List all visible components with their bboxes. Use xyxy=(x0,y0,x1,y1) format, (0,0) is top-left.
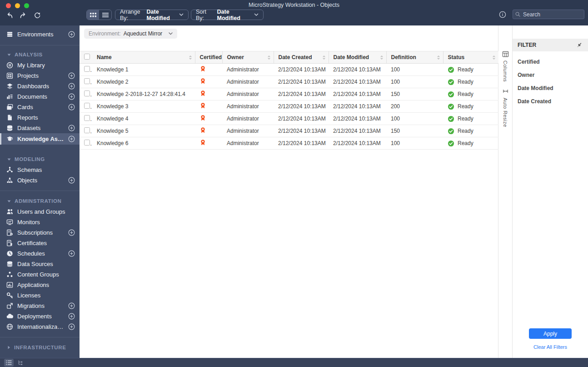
columns-label[interactable]: Columns xyxy=(503,60,508,82)
search-input[interactable] xyxy=(513,10,584,19)
table-row[interactable]: Knowledge 4Administrator2/12/2024 10:13A… xyxy=(80,113,498,125)
table-row[interactable]: Knowledge 1Administrator2/12/2024 10:13A… xyxy=(80,64,498,76)
add-icon[interactable] xyxy=(68,72,80,79)
row-checkbox[interactable] xyxy=(84,66,90,72)
sidebar-item-deployments[interactable]: Deployments xyxy=(0,311,80,322)
section-analysis[interactable]: ANALYSIS xyxy=(0,49,80,60)
select-all-header[interactable] xyxy=(80,51,92,64)
date-modified-cell: 2/12/2024 10:13AM xyxy=(329,125,386,137)
row-checkbox[interactable] xyxy=(84,127,90,133)
sidebar-item-internationalization[interactable]: Internationalization xyxy=(0,322,80,332)
forward-button[interactable] xyxy=(18,10,28,20)
table-row[interactable]: Knowledge 3Administrator2/12/2024 10:13A… xyxy=(80,101,498,113)
column-header-certified[interactable]: Certified xyxy=(195,51,222,64)
add-icon[interactable] xyxy=(68,136,80,142)
sidebar-item-dashboards[interactable]: Dashboards xyxy=(0,81,80,91)
add-icon[interactable] xyxy=(68,302,80,309)
filter-item-certified[interactable]: Certified xyxy=(513,55,588,68)
add-icon[interactable] xyxy=(68,313,80,320)
add-icon[interactable] xyxy=(68,250,80,257)
content-groups-icon xyxy=(6,271,13,278)
sidebar-item-licenses[interactable]: Licenses xyxy=(0,290,80,301)
sidebar-item-schedules[interactable]: Schedules xyxy=(0,248,80,259)
sidebar-item-data-sources[interactable]: Data Sources xyxy=(0,259,80,269)
environment-dropdown[interactable]: Environment: Aqueduct Mirror xyxy=(84,29,177,39)
add-icon[interactable] xyxy=(68,177,80,184)
sidebar-item-projects[interactable]: Projects xyxy=(0,70,80,81)
filter-item-owner[interactable]: Owner xyxy=(513,68,588,81)
footer-tree-view-button[interactable] xyxy=(18,360,24,366)
sidebar-item-datasets[interactable]: Datasets xyxy=(0,123,80,133)
sidebar-item-reports[interactable]: Reports xyxy=(0,112,80,123)
list-view-button[interactable] xyxy=(99,10,111,20)
certified-ribbon-icon xyxy=(199,90,206,97)
sidebar-item-subscriptions[interactable]: Subscriptions xyxy=(0,227,80,238)
row-checkbox[interactable] xyxy=(84,78,90,84)
column-header-name[interactable]: Name xyxy=(92,51,195,64)
sidebar-item-label: Users and Groups xyxy=(17,208,80,215)
date-created-cell: 2/12/2024 10:13AM xyxy=(274,88,329,101)
auto-resize-button[interactable] xyxy=(502,88,509,95)
column-header-date-modified[interactable]: Date Modified xyxy=(329,51,386,64)
sidebar-item-documents[interactable]: Documents xyxy=(0,91,80,102)
add-icon[interactable] xyxy=(68,104,80,111)
table-row[interactable]: Knowledge 2-2018-12-27 14:28:41.4Adminis… xyxy=(80,88,498,101)
section-infrastructure[interactable]: INFRASTRUCTURE xyxy=(0,342,80,353)
row-checkbox[interactable] xyxy=(84,115,90,121)
back-button[interactable] xyxy=(4,10,14,20)
sidebar-item-my-library[interactable]: My Library xyxy=(0,60,80,70)
apply-button[interactable]: Apply xyxy=(529,328,572,339)
auto-resize-label[interactable]: Auto Resize xyxy=(503,98,508,127)
column-header-status[interactable]: Status xyxy=(443,51,498,64)
sidebar-item-content-groups[interactable]: Content Groups xyxy=(0,269,80,280)
sidebar-item-environments[interactable]: Environments xyxy=(0,28,80,40)
sidebar-item-schemas[interactable]: Schemas xyxy=(0,165,80,175)
section-administration[interactable]: ADMINSTRATION xyxy=(0,196,80,206)
grid-view-button[interactable] xyxy=(87,10,99,20)
filter-item-date-created[interactable]: Date Created xyxy=(513,95,588,108)
pin-icon[interactable] xyxy=(576,42,583,48)
row-checkbox[interactable] xyxy=(84,90,90,96)
add-icon[interactable] xyxy=(68,93,80,100)
main-content: Environment: Aqueduct Mirror Name xyxy=(80,25,588,358)
arrange-by-dropdown[interactable]: Arrange By: Date Modified xyxy=(115,10,189,20)
add-icon[interactable] xyxy=(68,83,80,90)
select-all-checkbox[interactable] xyxy=(84,54,90,60)
add-icon[interactable] xyxy=(68,229,80,236)
table-row[interactable]: Knowledge 5Administrator2/12/2024 10:13A… xyxy=(80,125,498,137)
refresh-button[interactable] xyxy=(32,10,42,20)
table-row[interactable]: Knowledge 2Administrator2/12/2024 10:13A… xyxy=(80,76,498,88)
table-row[interactable]: Knowledge 6Administrator2/12/2024 10:13A… xyxy=(80,137,498,150)
table-tools-strip: Columns Auto Resize xyxy=(498,25,512,358)
sidebar-item-cards[interactable]: Cards xyxy=(0,102,80,112)
row-checkbox[interactable] xyxy=(84,140,90,146)
sidebar-item-label: Migrations xyxy=(17,302,64,309)
columns-button[interactable] xyxy=(502,51,509,57)
sidebar-item-users-and-groups[interactable]: Users and Groups xyxy=(0,206,80,217)
sidebar-item-migrations[interactable]: Migrations xyxy=(0,301,80,311)
status-footer xyxy=(0,358,588,367)
sidebar-item-monitors[interactable]: Monitors xyxy=(0,217,80,227)
definition-cell: 100 xyxy=(386,137,443,150)
sort-icon xyxy=(189,55,192,60)
footer-list-view-button[interactable] xyxy=(4,359,14,367)
add-icon[interactable] xyxy=(68,323,80,330)
sidebar-item-knowledge-assets[interactable]: Knowledge Assets xyxy=(0,133,80,145)
section-modeling[interactable]: MODELING xyxy=(0,154,80,165)
sidebar-item-applications[interactable]: Applications xyxy=(0,280,80,290)
filter-item-date-modified[interactable]: Date Modified xyxy=(513,81,588,95)
environments-icon xyxy=(6,31,13,38)
column-header-definition[interactable]: Definition xyxy=(386,51,443,64)
sidebar-item-objects[interactable]: Objects xyxy=(0,175,80,186)
clear-all-filters-link[interactable]: Clear All Filters xyxy=(513,344,588,350)
sidebar-item-certificates[interactable]: Certificates xyxy=(0,238,80,248)
add-icon[interactable] xyxy=(68,125,80,131)
sort-by-dropdown[interactable]: Sort By: Date Modified xyxy=(191,10,264,20)
column-header-owner[interactable]: Owner xyxy=(222,51,274,64)
titlebar: MicroStrategy Workstation - Objects Arra… xyxy=(0,0,588,25)
info-button[interactable] xyxy=(499,11,506,18)
add-environment-icon[interactable] xyxy=(68,31,80,38)
column-header-date-created[interactable]: Date Created xyxy=(274,51,329,64)
certified-ribbon-icon xyxy=(199,78,206,85)
row-checkbox[interactable] xyxy=(84,103,90,109)
